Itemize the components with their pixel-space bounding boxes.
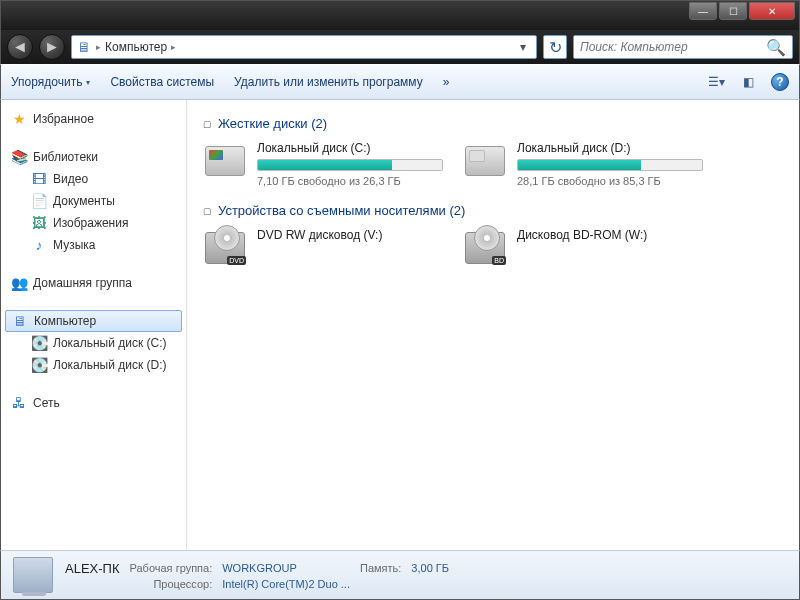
sidebar-network[interactable]: 🖧 Сеть	[1, 392, 186, 414]
workgroup-value: WORKGROUP	[222, 562, 350, 574]
sidebar-libraries[interactable]: 📚 Библиотеки	[1, 146, 186, 168]
capacity-bar	[257, 159, 443, 171]
libraries-icon: 📚	[11, 149, 27, 165]
navigation-pane: ★ Избранное 📚 Библиотеки 🎞Видео 📄Докумен…	[1, 100, 187, 550]
sidebar-item-images[interactable]: 🖼Изображения	[1, 212, 186, 234]
computer-name: ALEX-ПК	[65, 561, 120, 576]
minimize-button[interactable]: —	[689, 2, 717, 20]
bd-drive-icon: BD	[463, 228, 507, 268]
collapse-icon: ▢	[203, 206, 212, 216]
toolbar: Упорядочить▾ Свойства системы Удалить ил…	[0, 64, 800, 100]
network-icon: 🖧	[11, 395, 27, 411]
maximize-button[interactable]: ☐	[719, 2, 747, 20]
computer-icon: 🖥	[12, 313, 28, 329]
cpu-value: Intel(R) Core(TM)2 Duo ...	[222, 578, 350, 590]
details-pane: ALEX-ПК Рабочая группа: WORKGROUP Память…	[0, 550, 800, 600]
drive-c[interactable]: Локальный диск (C:) 7,10 ГБ свободно из …	[203, 141, 443, 187]
breadcrumb[interactable]: 🖥 ▸ Компьютер ▸ ▾	[71, 35, 537, 59]
drive-bdrom[interactable]: BD Дисковод BD-ROM (W:)	[463, 228, 703, 268]
titlebar: — ☐ ✕	[0, 0, 800, 30]
section-hard-drives[interactable]: ▢ Жесткие диски (2)	[203, 116, 783, 131]
hdd-icon	[463, 141, 507, 181]
drive-stats: 7,10 ГБ свободно из 26,3 ГБ	[257, 175, 443, 187]
drive-dvd[interactable]: DVD DVD RW дисковод (V:)	[203, 228, 443, 268]
sidebar-drive-d[interactable]: 💽Локальный диск (D:)	[1, 354, 186, 376]
system-properties-button[interactable]: Свойства системы	[110, 75, 214, 89]
sidebar-item-music[interactable]: ♪Музыка	[1, 234, 186, 256]
drive-label: DVD RW дисковод (V:)	[257, 228, 443, 242]
memory-value: 3,00 ГБ	[411, 562, 449, 574]
star-icon: ★	[11, 111, 27, 127]
breadcrumb-computer[interactable]: Компьютер	[105, 40, 167, 54]
uninstall-program-button[interactable]: Удалить или изменить программу	[234, 75, 423, 89]
computer-icon: 🖥	[76, 39, 92, 55]
refresh-button[interactable]: ↻	[543, 35, 567, 59]
homegroup-icon: 👥	[11, 275, 27, 291]
dvd-drive-icon: DVD	[203, 228, 247, 268]
drive-label: Дисковод BD-ROM (W:)	[517, 228, 703, 242]
cpu-label: Процессор:	[130, 578, 213, 590]
computer-icon	[13, 557, 53, 593]
drive-icon: 💽	[31, 357, 47, 373]
back-button[interactable]: ◄	[7, 34, 33, 60]
main-pane: ▢ Жесткие диски (2) Локальный диск (C:) …	[187, 100, 799, 550]
view-options-button[interactable]: ☰▾	[707, 73, 725, 91]
sidebar-computer[interactable]: 🖥 Компьютер	[5, 310, 182, 332]
document-icon: 📄	[31, 193, 47, 209]
address-dropdown[interactable]: ▾	[514, 40, 532, 54]
memory-label: Память:	[360, 562, 401, 574]
music-icon: ♪	[31, 237, 47, 253]
drive-label: Локальный диск (C:)	[257, 141, 443, 155]
image-icon: 🖼	[31, 215, 47, 231]
sidebar-item-video[interactable]: 🎞Видео	[1, 168, 186, 190]
chevron-right-icon: ▸	[96, 42, 101, 52]
help-icon[interactable]: ?	[771, 73, 789, 91]
forward-button[interactable]: ►	[39, 34, 65, 60]
workgroup-label: Рабочая группа:	[130, 562, 213, 574]
drive-stats: 28,1 ГБ свободно из 85,3 ГБ	[517, 175, 703, 187]
chevron-right-icon: ▸	[171, 42, 176, 52]
section-removable[interactable]: ▢ Устройства со съемными носителями (2)	[203, 203, 783, 218]
drive-d[interactable]: Локальный диск (D:) 28,1 ГБ свободно из …	[463, 141, 703, 187]
preview-pane-button[interactable]: ◧	[739, 73, 757, 91]
search-input[interactable]	[580, 40, 760, 54]
drive-icon: 💽	[31, 335, 47, 351]
close-button[interactable]: ✕	[749, 2, 795, 20]
explorer-window: — ☐ ✕ ◄ ► 🖥 ▸ Компьютер ▸ ▾ ↻ 🔍 Упорядоч…	[0, 0, 800, 600]
sidebar-drive-c[interactable]: 💽Локальный диск (C:)	[1, 332, 186, 354]
toolbar-overflow[interactable]: »	[443, 75, 450, 89]
search-icon: 🔍	[766, 38, 786, 57]
drive-label: Локальный диск (D:)	[517, 141, 703, 155]
search-box[interactable]: 🔍	[573, 35, 793, 59]
sidebar-homegroup[interactable]: 👥 Домашняя группа	[1, 272, 186, 294]
video-icon: 🎞	[31, 171, 47, 187]
sidebar-item-documents[interactable]: 📄Документы	[1, 190, 186, 212]
hdd-icon	[203, 141, 247, 181]
sidebar-favorites[interactable]: ★ Избранное	[1, 108, 186, 130]
capacity-bar	[517, 159, 703, 171]
content-area: ★ Избранное 📚 Библиотеки 🎞Видео 📄Докумен…	[0, 100, 800, 550]
organize-menu[interactable]: Упорядочить▾	[11, 75, 90, 89]
collapse-icon: ▢	[203, 119, 212, 129]
chevron-down-icon: ▾	[86, 78, 90, 87]
address-bar: ◄ ► 🖥 ▸ Компьютер ▸ ▾ ↻ 🔍	[0, 30, 800, 64]
